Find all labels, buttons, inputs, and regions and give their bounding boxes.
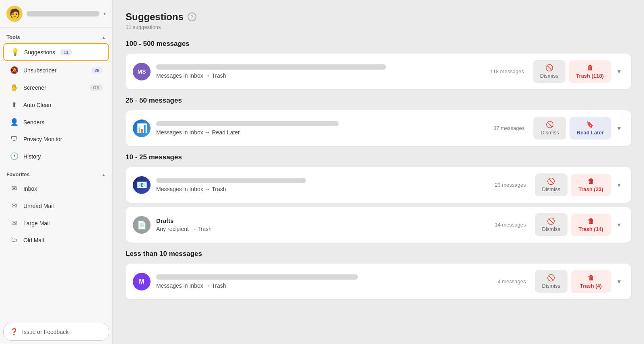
- sidebar-item-old-mail[interactable]: 🗂 Old Mail: [3, 232, 109, 248]
- expand-button-at[interactable]: ▾: [614, 179, 624, 190]
- dismiss-label-readlater: Dismiss: [541, 130, 559, 136]
- help-icon[interactable]: ?: [188, 12, 196, 21]
- senders-icon: 👤: [10, 118, 19, 126]
- sidebar: 🧑 ▾ Tools ▲ 💡 Suggestions 11 🔕 Unsubscri…: [0, 0, 113, 344]
- sidebar-item-unsubscriber[interactable]: 🔕 Unsubscriber 26: [3, 62, 109, 78]
- action-buttons-drafts: 🚫 Dismiss 🗑 Trash (14) ▾: [535, 213, 624, 236]
- privacy-monitor-icon: 🛡: [10, 135, 19, 143]
- expand-button-ms[interactable]: ▾: [614, 66, 624, 77]
- card-name-bar-at: [156, 178, 306, 183]
- card-description-m: Messages in Inbox → Trash: [156, 282, 492, 289]
- unread-mail-icon: ✉: [10, 202, 19, 210]
- trash-icon-at: 🗑: [588, 178, 594, 185]
- trash-icon-drafts: 🗑: [588, 218, 594, 225]
- card-name-drafts: Drafts: [156, 217, 489, 224]
- sender-avatar-drafts: 📄: [133, 216, 151, 234]
- card-info-readlater: Messages in Inbox → Read Later: [156, 121, 488, 136]
- unread-mail-label: Unread Mail: [23, 203, 54, 209]
- read-later-icon: 🔖: [586, 121, 594, 128]
- read-later-label: Read Later: [577, 130, 604, 136]
- sidebar-item-senders[interactable]: 👤 Senders: [3, 114, 109, 130]
- sidebar-item-unread-mail[interactable]: ✉ Unread Mail: [3, 198, 109, 214]
- issue-feedback-icon: ❓: [10, 328, 18, 336]
- tools-chevron-icon[interactable]: ▲: [101, 35, 106, 40]
- favorites-chevron-icon[interactable]: ▲: [101, 172, 106, 177]
- suggestions-icon: 💡: [10, 48, 19, 56]
- card-name-bar-readlater: [156, 121, 339, 126]
- inbox-label: Inbox: [23, 185, 37, 192]
- avatar: 🧑: [6, 6, 23, 22]
- read-later-button[interactable]: 🔖 Read Later: [570, 117, 611, 140]
- username-bar: [27, 11, 99, 16]
- tools-label: Tools: [6, 34, 20, 40]
- dismiss-button-drafts[interactable]: 🚫 Dismiss: [535, 213, 568, 236]
- suggestion-card-ms: MS Messages in Inbox → Trash 118 message…: [126, 54, 631, 89]
- expand-button-drafts[interactable]: ▾: [614, 219, 624, 230]
- history-label: History: [23, 153, 41, 160]
- dismiss-icon-readlater: 🚫: [546, 121, 554, 128]
- trash-label-ms: Trash (118): [576, 73, 604, 79]
- card-description-at: Messages in Inbox → Trash: [156, 186, 489, 192]
- suggestion-card-m: M Messages in Inbox → Trash 4 messages 🚫…: [126, 264, 631, 299]
- section-10-25: 10 - 25 messages 📧 Messages in Inbox → T…: [126, 153, 631, 243]
- senders-label: Senders: [23, 119, 44, 126]
- sidebar-item-auto-clean[interactable]: ⬆ Auto Clean: [3, 97, 109, 113]
- chevron-down-icon[interactable]: ▾: [103, 11, 106, 16]
- dismiss-button-m[interactable]: 🚫 Dismiss: [535, 270, 568, 293]
- history-icon: 🕐: [10, 152, 19, 161]
- expand-button-readlater[interactable]: ▾: [614, 123, 624, 134]
- screener-label: Screener: [23, 84, 46, 91]
- dismiss-icon-ms: 🚫: [545, 64, 553, 72]
- old-mail-icon: 🗂: [10, 236, 19, 244]
- page-title: Suggestions: [126, 11, 184, 23]
- dismiss-label-ms: Dismiss: [540, 73, 559, 79]
- card-info-m: Messages in Inbox → Trash: [156, 274, 492, 289]
- expand-button-m[interactable]: ▾: [614, 276, 624, 287]
- trash-label-drafts: Trash (14): [578, 226, 603, 232]
- message-count-m: 4 messages: [497, 278, 526, 284]
- section-100-500: 100 - 500 messages MS Messages in Inbox …: [126, 40, 631, 89]
- dismiss-label-at: Dismiss: [542, 186, 561, 192]
- dismiss-label-m: Dismiss: [542, 283, 561, 289]
- page-title-row: Suggestions ?: [126, 11, 631, 23]
- sidebar-item-inbox[interactable]: ✉ Inbox: [3, 180, 109, 197]
- dismiss-button-at[interactable]: 🚫 Dismiss: [535, 173, 568, 196]
- section-less-10: Less than 10 messages M Messages in Inbo…: [126, 250, 631, 299]
- sidebar-item-privacy-monitor[interactable]: 🛡 Privacy Monitor: [3, 131, 109, 147]
- trash-icon-m: 🗑: [588, 274, 594, 282]
- trash-label-m: Trash (4): [580, 283, 602, 289]
- dismiss-icon-m: 🚫: [547, 274, 555, 282]
- favorites-label: Favorites: [6, 171, 30, 177]
- unsubscriber-label: Unsubscriber: [23, 67, 56, 74]
- trash-button-m[interactable]: 🗑 Trash (4): [571, 270, 611, 293]
- dismiss-button-ms[interactable]: 🚫 Dismiss: [533, 60, 566, 83]
- tools-section-header: Tools ▲: [0, 28, 112, 43]
- section-25-50: 25 - 50 messages 📊 Messages in Inbox → R…: [126, 97, 631, 146]
- sidebar-item-suggestions[interactable]: 💡 Suggestions 11: [3, 43, 109, 61]
- suggestions-badge: 11: [60, 49, 72, 56]
- dismiss-label-drafts: Dismiss: [542, 226, 561, 232]
- action-buttons-at: 🚫 Dismiss 🗑 Trash (23) ▾: [535, 173, 624, 196]
- trash-button-ms[interactable]: 🗑 Trash (118): [569, 60, 611, 83]
- card-name-bar-ms: [156, 64, 386, 70]
- suggestions-label: Suggestions: [24, 49, 55, 56]
- trash-button-drafts[interactable]: 🗑 Trash (14): [571, 214, 611, 236]
- trash-button-at[interactable]: 🗑 Trash (23): [571, 174, 611, 196]
- dismiss-button-readlater[interactable]: 🚫 Dismiss: [533, 117, 566, 140]
- section-100-500-title: 100 - 500 messages: [126, 40, 631, 48]
- action-buttons-readlater: 🚫 Dismiss 🔖 Read Later ▾: [533, 117, 624, 140]
- sidebar-footer: ❓ Issue or Feedback: [0, 319, 112, 344]
- suggestion-card-at: 📧 Messages in Inbox → Trash 23 messages …: [126, 167, 631, 203]
- dismiss-icon-at: 🚫: [547, 177, 555, 185]
- section-25-50-title: 25 - 50 messages: [126, 97, 631, 105]
- suggestion-card-drafts: 📄 Drafts Any recipient → Trash 14 messag…: [126, 207, 631, 243]
- action-buttons-ms: 🚫 Dismiss 🗑 Trash (118) ▾: [533, 60, 624, 83]
- issue-feedback-button[interactable]: ❓ Issue or Feedback: [3, 323, 109, 341]
- card-description-ms: Messages in Inbox → Trash: [156, 72, 484, 79]
- sidebar-item-history[interactable]: 🕐 History: [3, 148, 109, 165]
- suggestions-count: 11 suggestions: [126, 24, 631, 30]
- card-info-at: Messages in Inbox → Trash: [156, 178, 489, 192]
- sidebar-item-large-mail[interactable]: ✉ Large Mail: [3, 215, 109, 231]
- sidebar-item-screener[interactable]: ✋ Screener Off: [3, 79, 109, 96]
- favorites-section-header: Favorites ▲: [0, 165, 112, 180]
